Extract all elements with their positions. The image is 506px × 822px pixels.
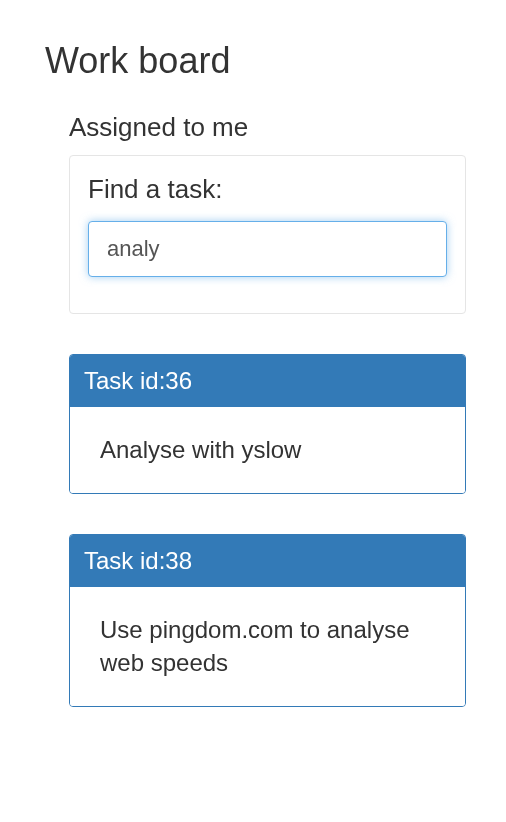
section-title: Assigned to me	[69, 112, 466, 143]
task-header: Task id:36	[70, 355, 465, 407]
search-input[interactable]	[88, 221, 447, 277]
task-card[interactable]: Task id:36 Analyse with yslow	[69, 354, 466, 494]
task-card[interactable]: Task id:38 Use pingdom.com to analyse we…	[69, 534, 466, 707]
task-body: Use pingdom.com to analyse web speeds	[70, 587, 465, 706]
search-label: Find a task:	[88, 174, 447, 205]
search-panel: Find a task:	[69, 155, 466, 314]
task-body: Analyse with yslow	[70, 407, 465, 493]
page-title: Work board	[45, 40, 466, 82]
task-header: Task id:38	[70, 535, 465, 587]
